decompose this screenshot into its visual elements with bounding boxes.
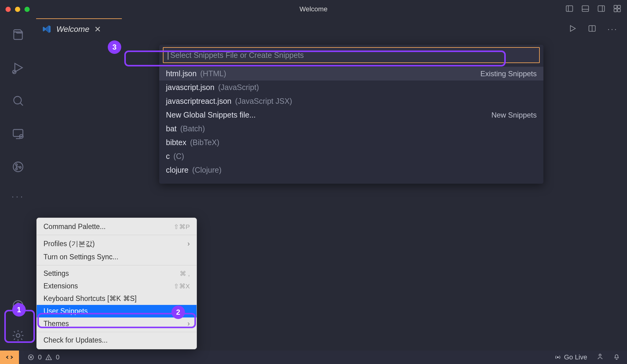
menu-item-label: Check for Updates... (43, 336, 108, 344)
menu-item-label: Themes (43, 320, 69, 328)
menu-item[interactable]: Command Palette...⇧⌘P (37, 220, 197, 233)
remote-indicator[interactable] (0, 351, 19, 364)
menu-item-label: Profiles (기본값) (43, 239, 95, 249)
window-close-button[interactable] (6, 7, 11, 12)
tab-welcome[interactable]: Welcome (42, 24, 107, 34)
quick-pick-item-name: javascript.json (166, 83, 214, 92)
menu-item[interactable]: Turn on Settings Sync... (37, 251, 197, 263)
svg-rect-2 (582, 6, 589, 12)
menu-item[interactable]: Themes› (37, 317, 197, 330)
quick-pick-group-label: Existing Snippets (480, 69, 537, 78)
feedback-icon[interactable] (596, 353, 604, 362)
quick-pick-item[interactable]: New Global Snippets file...New Snippets (159, 108, 543, 122)
menu-item[interactable]: Check for Updates... (37, 334, 197, 347)
split-editor-icon[interactable] (588, 24, 596, 34)
svg-point-19 (16, 164, 17, 166)
menu-item[interactable]: Keyboard Shortcuts [⌘K ⌘S] (37, 292, 197, 305)
menu-separator (37, 235, 197, 235)
quick-pick-item[interactable]: clojure(Clojure) (159, 163, 543, 177)
quick-pick-item[interactable]: javascript.json(JavaScript) (159, 81, 543, 94)
menu-item[interactable]: Settings⌘ , (37, 267, 197, 280)
quick-pick-item-detail: (BibTeX) (190, 138, 220, 147)
quick-pick-item-name: bibtex (166, 138, 186, 147)
quick-pick-item-detail: (C) (174, 152, 184, 161)
source-control-icon[interactable] (9, 158, 27, 176)
menu-item-shortcut: ⇧⌘P (174, 223, 190, 231)
titlebar: Welcome (0, 0, 627, 18)
quick-pick-item[interactable]: html.json(HTML)Existing Snippets (159, 67, 543, 81)
quick-pick-item-detail: (JavaScript) (218, 83, 259, 92)
window-minimize-button[interactable] (15, 7, 20, 12)
quick-pick-item-detail: (Batch) (180, 124, 205, 133)
svg-rect-8 (614, 9, 617, 12)
problems-status[interactable]: 0 0 (24, 351, 63, 364)
vscode-file-icon (42, 24, 51, 34)
svg-rect-9 (618, 9, 620, 12)
quick-pick-item[interactable]: javascriptreact.json(JavaScript JSX) (159, 94, 543, 108)
status-bar: 0 0 Go Live (0, 351, 627, 364)
menu-item-label: Turn on Settings Sync... (43, 253, 118, 261)
explorer-icon[interactable] (9, 26, 27, 43)
menu-separator (37, 265, 197, 265)
search-icon[interactable] (9, 92, 27, 110)
quick-pick-palette: Select Snippets File or Create Snippets … (159, 45, 543, 184)
quick-pick-item[interactable]: bat(Batch) (159, 122, 543, 136)
warning-triangle-icon (45, 354, 52, 361)
broadcast-icon (554, 354, 561, 361)
quick-pick-item-detail: (HTML) (200, 69, 226, 78)
menu-item[interactable]: User Snippets (37, 305, 197, 317)
menu-item-label: Keyboard Shortcuts [⌘K ⌘S] (43, 295, 137, 303)
svg-point-23 (17, 303, 20, 306)
quick-pick-item-detail: (Clojure) (192, 166, 222, 174)
svg-rect-15 (13, 129, 23, 137)
layout-panel-icon[interactable] (581, 4, 590, 14)
warning-count: 0 (56, 353, 59, 361)
svg-rect-7 (618, 6, 620, 8)
svg-point-35 (557, 357, 558, 358)
window-maximize-button[interactable] (24, 7, 30, 12)
customize-layout-icon[interactable] (613, 4, 621, 14)
window-title: Welcome (299, 5, 327, 13)
quick-pick-item-name: New Global Snippets file... (166, 111, 256, 119)
menu-item[interactable]: Profiles (기본값)› (37, 237, 197, 251)
activity-bar: ··· (0, 18, 36, 351)
manage-context-menu: Command Palette...⇧⌘PProfiles (기본값)›Turn… (36, 218, 197, 349)
menu-separator (37, 332, 197, 332)
menu-item[interactable]: Extensions⇧⌘X (37, 280, 197, 292)
layout-secondary-sidebar-icon[interactable] (597, 4, 606, 14)
menu-item-label: Extensions (43, 282, 78, 290)
quick-pick-placeholder: Select Snippets File or Create Snippets (170, 51, 304, 60)
quick-pick-group-label: New Snippets (491, 111, 537, 119)
error-count: 0 (38, 353, 42, 361)
menu-item-label: User Snippets (43, 307, 88, 315)
layout-primary-sidebar-icon[interactable] (565, 4, 574, 14)
menu-item-label: Command Palette... (43, 223, 106, 231)
quick-pick-item-name: c (166, 152, 170, 161)
run-icon[interactable] (568, 24, 577, 34)
svg-point-13 (14, 96, 21, 104)
accounts-icon[interactable] (9, 297, 27, 314)
quick-pick-item[interactable]: c(C) (159, 149, 543, 163)
quick-pick-item[interactable]: bibtex(BibTeX) (159, 136, 543, 149)
remote-explorer-icon[interactable] (9, 125, 27, 143)
run-debug-icon[interactable] (9, 59, 27, 77)
svg-point-20 (16, 168, 17, 170)
editor-more-actions-icon[interactable]: ··· (607, 24, 618, 34)
quick-pick-input[interactable]: Select Snippets File or Create Snippets (163, 47, 540, 63)
error-circle-icon (28, 354, 34, 361)
quick-pick-item-name: javascriptreact.json (166, 97, 231, 106)
chevron-right-icon: › (187, 320, 190, 328)
go-live-button[interactable]: Go Live (554, 353, 587, 361)
svg-rect-4 (598, 6, 605, 12)
tab-close-icon[interactable] (94, 26, 101, 32)
quick-pick-item-detail: (JavaScript JSX) (235, 97, 292, 106)
activity-overflow-icon[interactable]: ··· (11, 191, 24, 201)
quick-pick-item-name: clojure (166, 166, 189, 174)
svg-point-36 (599, 354, 601, 356)
quick-pick-item-name: html.json (166, 69, 197, 78)
menu-item-shortcut: ⌘ , (180, 270, 190, 277)
manage-gear-icon[interactable] (9, 327, 27, 344)
notifications-bell-icon[interactable] (613, 353, 620, 362)
menu-item-label: Settings (43, 269, 69, 278)
menu-item-shortcut: ⇧⌘X (174, 283, 190, 290)
